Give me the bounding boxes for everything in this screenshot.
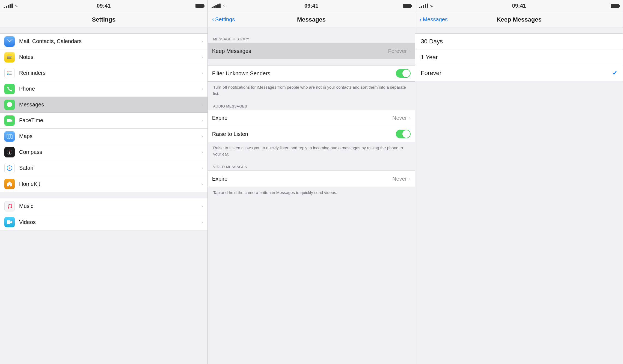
battery-icon-1 xyxy=(195,4,204,8)
row-homekit[interactable]: HomeKit › xyxy=(0,176,207,192)
svg-rect-10 xyxy=(9,73,12,73)
status-right-3 xyxy=(611,4,619,8)
status-bar-panel3: ∿ 09:41 xyxy=(415,0,623,12)
keep-messages-panel: ∿ 09:41 ‹ Messages Keep Messages 30 Days… xyxy=(415,0,623,364)
mail-chevron: › xyxy=(201,38,203,44)
signal-bars-3 xyxy=(419,4,428,8)
row-messages[interactable]: Messages › xyxy=(0,97,207,113)
spacer-mid xyxy=(0,192,207,198)
facetime-icon xyxy=(4,115,15,126)
option-1year[interactable]: 1 Year xyxy=(415,49,623,65)
nav-bar-settings: Settings xyxy=(0,12,207,27)
reminders-label: Reminders xyxy=(19,70,201,76)
status-right-2 xyxy=(403,4,411,8)
video-expire-chevron: › xyxy=(409,176,411,182)
option-forever-label: Forever xyxy=(421,70,612,77)
video-expire-value: Never xyxy=(392,176,407,182)
signal-bar-5 xyxy=(11,4,13,8)
svg-rect-12 xyxy=(7,119,11,122)
audio-expire-row[interactable]: Expire Never › xyxy=(208,110,415,126)
battery-icon-2 xyxy=(403,4,411,8)
svg-point-21 xyxy=(11,207,12,208)
row-maps[interactable]: Maps › xyxy=(0,129,207,144)
raise-to-listen-label: Raise to Listen xyxy=(212,131,396,137)
signal-bar-2 xyxy=(6,6,7,8)
back-label: Settings xyxy=(215,16,235,23)
homekit-icon xyxy=(4,179,15,189)
svg-rect-4 xyxy=(7,57,11,58)
homekit-label: HomeKit xyxy=(19,181,201,187)
svg-marker-13 xyxy=(7,134,12,139)
row-compass[interactable]: Compass › xyxy=(0,144,207,160)
row-safari[interactable]: Safari › xyxy=(0,160,207,176)
keep-messages-nav-title: Keep Messages xyxy=(497,16,542,23)
filter-unknown-row[interactable]: Filter Unknown Senders xyxy=(208,65,415,81)
messages-nav-title: Messages xyxy=(297,16,326,23)
battery-icon-3 xyxy=(611,4,619,8)
music-chevron: › xyxy=(201,203,203,209)
signal-bar-1 xyxy=(4,7,5,8)
raise-to-listen-row[interactable]: Raise to Listen xyxy=(208,126,415,142)
row-phone[interactable]: Phone › xyxy=(0,81,207,97)
audio-section: Expire Never › Raise to Listen xyxy=(208,110,415,142)
filter-unknown-toggle[interactable] xyxy=(396,69,411,78)
phone-label: Phone xyxy=(19,86,201,92)
row-music[interactable]: Music › xyxy=(0,198,207,214)
filter-description: Turn off notifications for iMessages fro… xyxy=(208,82,415,100)
option-30days-label: 30 Days xyxy=(421,38,617,45)
reminders-chevron: › xyxy=(201,70,203,76)
option-1year-label: 1 Year xyxy=(421,54,617,61)
maps-chevron: › xyxy=(201,133,203,139)
msg-history-header: MESSAGE HISTORY xyxy=(208,33,415,43)
audio-expire-value: Never xyxy=(392,115,407,121)
spacer-top xyxy=(0,27,207,33)
svg-rect-9 xyxy=(9,71,12,72)
music-label: Music xyxy=(19,203,201,209)
keep-messages-value: Forever xyxy=(388,48,407,54)
notes-chevron: › xyxy=(201,54,203,60)
row-reminders[interactable]: Reminders › xyxy=(0,65,207,81)
raise-knob xyxy=(402,130,410,138)
video-expire-row[interactable]: Expire Never › xyxy=(208,171,415,187)
signal-bars-2 xyxy=(212,4,221,8)
safari-icon xyxy=(4,163,15,173)
toggle-knob xyxy=(402,70,410,77)
row-videos[interactable]: Videos › xyxy=(0,214,207,230)
svg-rect-2 xyxy=(7,55,12,55)
raise-to-listen-toggle[interactable] xyxy=(396,130,411,138)
settings-nav-title: Settings xyxy=(92,16,115,23)
nav-bar-messages: ‹ Settings Messages xyxy=(208,12,415,27)
compass-chevron: › xyxy=(201,149,203,155)
audio-expire-label: Expire xyxy=(212,115,392,121)
forever-checkmark: ✓ xyxy=(612,70,617,77)
keep-messages-section: Keep Messages Forever › xyxy=(208,43,415,59)
mail-label: Mail, Contacts, Calendars xyxy=(19,38,201,44)
mail-icon xyxy=(4,36,15,47)
safari-label: Safari xyxy=(19,165,201,171)
back-label-3: Messages xyxy=(423,16,448,23)
maps-label: Maps xyxy=(19,133,201,139)
back-to-messages[interactable]: ‹ Messages xyxy=(420,16,447,23)
keep-messages-row[interactable]: Keep Messages Forever › xyxy=(208,43,415,59)
option-forever[interactable]: Forever ✓ xyxy=(415,65,623,81)
back-to-settings[interactable]: ‹ Settings xyxy=(212,16,235,23)
svg-rect-11 xyxy=(9,74,12,75)
option-30days[interactable]: 30 Days xyxy=(415,34,623,49)
svg-point-20 xyxy=(8,207,9,208)
video-section: Expire Never › xyxy=(208,171,415,187)
svg-point-7 xyxy=(7,73,8,74)
audio-expire-chevron: › xyxy=(409,115,411,121)
status-bar-panel2: ∿ 09:41 xyxy=(208,0,415,12)
messages-panel: ∿ 09:41 ‹ Settings Messages MESSAGE HIST… xyxy=(208,0,416,364)
notes-icon xyxy=(4,52,15,62)
row-mail[interactable]: Mail, Contacts, Calendars › xyxy=(0,34,207,49)
spacer-keep-top xyxy=(415,27,623,33)
secondary-settings-list: Music › Videos › xyxy=(0,198,207,230)
row-notes[interactable]: Notes › xyxy=(0,49,207,65)
status-time-2: 09:41 xyxy=(304,3,318,9)
row-facetime[interactable]: FaceTime › xyxy=(0,113,207,129)
maps-icon xyxy=(4,131,15,142)
wifi-icon-3: ∿ xyxy=(430,4,433,8)
main-settings-list: Mail, Contacts, Calendars › Notes › xyxy=(0,33,207,192)
wifi-icon: ∿ xyxy=(14,4,18,8)
